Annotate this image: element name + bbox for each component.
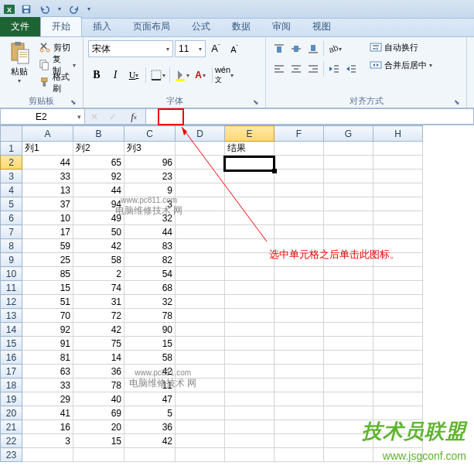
cell[interactable] (176, 309, 225, 323)
cell[interactable]: 41 (22, 406, 73, 420)
cell[interactable]: 82 (124, 253, 176, 267)
cell[interactable]: 36 (124, 420, 176, 434)
cell[interactable]: 25 (22, 253, 73, 267)
col-header-e[interactable]: E (225, 126, 275, 142)
cell[interactable] (373, 337, 423, 351)
cell[interactable] (176, 420, 225, 434)
cell[interactable] (176, 378, 225, 392)
row-header[interactable]: 14 (1, 323, 22, 337)
cell[interactable] (225, 323, 275, 337)
tab-formulas[interactable]: 公式 (181, 17, 221, 36)
cell[interactable] (373, 197, 423, 211)
cell[interactable] (324, 183, 373, 197)
cell[interactable] (225, 309, 275, 323)
cell[interactable] (373, 309, 423, 323)
tab-review[interactable]: 审阅 (261, 17, 302, 36)
undo-dropdown[interactable]: ▾ (56, 2, 63, 17)
cell[interactable]: 72 (73, 309, 124, 323)
cell[interactable]: 91 (22, 337, 73, 351)
cell[interactable] (225, 378, 275, 392)
tab-data[interactable]: 数据 (221, 17, 261, 36)
cell[interactable] (176, 239, 225, 253)
cell[interactable] (324, 337, 373, 351)
cell[interactable] (324, 295, 373, 309)
phonetic-button[interactable]: wén文▾ (216, 67, 233, 84)
cell[interactable] (275, 170, 324, 183)
cell[interactable]: 32 (124, 211, 176, 225)
align-middle-button[interactable] (288, 40, 305, 57)
cell[interactable]: 29 (22, 392, 73, 406)
underline-button[interactable]: U ▾ (125, 67, 142, 84)
cell[interactable] (176, 365, 225, 378)
align-bottom-button[interactable] (305, 40, 322, 57)
cell[interactable]: 49 (73, 211, 124, 225)
cell[interactable]: 列2 (73, 142, 124, 156)
row-header[interactable]: 16 (1, 351, 22, 365)
cell[interactable]: 42 (73, 323, 124, 337)
decrease-indent-button[interactable] (326, 60, 343, 77)
cell[interactable] (225, 365, 275, 378)
wrap-text-button[interactable]: 自动换行 (367, 39, 435, 56)
row-header[interactable]: 9 (1, 253, 22, 267)
cell[interactable]: 59 (22, 239, 73, 253)
col-header-a[interactable]: A (22, 126, 73, 142)
cell[interactable] (225, 225, 275, 239)
orientation-button[interactable]: ab▾ (326, 40, 343, 57)
row-header[interactable]: 20 (1, 406, 22, 420)
qat-customize[interactable]: ▾ (85, 2, 93, 17)
cell[interactable]: 69 (73, 406, 124, 420)
cell[interactable] (324, 170, 373, 183)
row-header[interactable]: 10 (1, 267, 22, 281)
cell[interactable]: 9 (124, 183, 176, 197)
cell[interactable] (225, 183, 275, 197)
cell[interactable] (275, 197, 324, 211)
cell[interactable] (225, 392, 275, 406)
cell[interactable] (176, 225, 225, 239)
cell[interactable]: 37 (22, 197, 73, 211)
cell[interactable] (73, 448, 124, 462)
select-all-corner[interactable] (1, 126, 22, 142)
cell[interactable] (225, 406, 275, 420)
cell[interactable]: 85 (22, 267, 73, 281)
cell[interactable] (373, 225, 423, 239)
font-launcher[interactable]: ⬊ (251, 98, 261, 108)
cell[interactable]: 15 (124, 337, 176, 351)
cell[interactable]: 33 (22, 170, 73, 183)
shrink-font-button[interactable]: Aˇ (226, 40, 243, 57)
clipboard-launcher[interactable]: ⬊ (69, 98, 78, 108)
cell[interactable]: 17 (22, 225, 73, 239)
cell[interactable] (225, 267, 275, 281)
cell[interactable] (225, 337, 275, 351)
cell[interactable] (275, 156, 324, 170)
cell[interactable] (176, 197, 225, 211)
cell[interactable] (275, 448, 324, 462)
cell[interactable]: 75 (73, 337, 124, 351)
row-header[interactable]: 12 (1, 295, 22, 309)
cell[interactable] (324, 365, 373, 378)
cell[interactable] (373, 183, 423, 197)
cell[interactable]: 74 (73, 281, 124, 295)
cell[interactable] (324, 448, 373, 462)
cell[interactable] (275, 365, 324, 378)
cancel-formula-button[interactable]: ✕ (85, 109, 104, 125)
cell[interactable]: 15 (73, 434, 124, 448)
cell[interactable]: 58 (73, 253, 124, 267)
cell[interactable] (225, 197, 275, 211)
cell[interactable]: 92 (73, 170, 124, 183)
cell[interactable] (275, 309, 324, 323)
font-color-button[interactable]: A▾ (192, 67, 209, 84)
align-launcher[interactable]: ⬊ (452, 98, 462, 108)
cell[interactable]: 65 (73, 156, 124, 170)
cell[interactable]: 68 (124, 281, 176, 295)
cell[interactable]: 70 (22, 309, 73, 323)
cell[interactable] (275, 295, 324, 309)
row-header[interactable]: 19 (1, 392, 22, 406)
cell[interactable]: 13 (22, 183, 73, 197)
insert-function-button[interactable]: fx (122, 109, 145, 125)
cell[interactable]: 63 (22, 365, 73, 378)
tab-insert[interactable]: 插入 (82, 17, 122, 36)
cell[interactable]: 47 (124, 392, 176, 406)
format-painter-button[interactable]: 格式刷 (36, 74, 78, 91)
paste-button[interactable]: 粘贴 ▾ (5, 39, 33, 84)
cell[interactable] (225, 156, 275, 170)
